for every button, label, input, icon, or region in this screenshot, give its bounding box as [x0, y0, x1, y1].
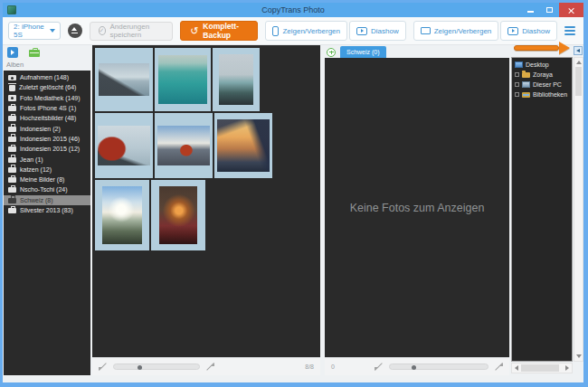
album-row-indonesien-2015-a[interactable]: Indonesien 2015 (46): [4, 134, 90, 144]
slider-thumb[interactable]: [138, 365, 142, 370]
add-tab-icon[interactable]: [327, 48, 336, 57]
photo-thumbnail[interactable]: [95, 113, 153, 178]
arrow-head-icon: [559, 42, 570, 54]
album-label: Nscho-Tschi (24): [20, 186, 68, 193]
album-row-foto-mediathek[interactable]: Foto Mediathek (149): [4, 93, 90, 103]
albums-sidebar: Alben Aufnahmen (148) Zuletzt gelöscht (…: [3, 45, 90, 375]
selected-count: 0: [331, 363, 335, 370]
horizontal-scrollbar[interactable]: [511, 363, 573, 373]
album-icon: [8, 146, 16, 152]
device-select[interactable]: 2: iPhone 5S: [8, 22, 61, 40]
album-label: katzen (12): [20, 166, 52, 173]
tree-item-dieser-pc[interactable]: Dieser PC: [512, 80, 572, 90]
camera-icon: [8, 75, 16, 81]
tree-item-zoraya[interactable]: Zoraya: [512, 70, 572, 80]
album-row-meine-bilder[interactable]: Meine Bilder (8): [4, 175, 90, 184]
album-icon: [8, 198, 16, 203]
tree-label: Bibliotheken: [533, 91, 567, 98]
libraries-icon: [522, 92, 530, 98]
photo-sunset-boat: [217, 119, 270, 172]
photo-sailboat: [219, 54, 253, 105]
album-row-schweiz[interactable]: Schweiz (8): [4, 195, 90, 205]
tree-item-desktop[interactable]: Desktop: [512, 60, 572, 70]
zoom-in-icon[interactable]: [206, 363, 214, 371]
album-label: Indonesien 2015 (12): [20, 146, 80, 152]
album-label: Jean (1): [20, 156, 43, 163]
add-album-button[interactable]: [29, 50, 40, 57]
album-row-indonesien-2015-b[interactable]: Indonesien 2015 (12): [4, 144, 90, 154]
photo-thumbnail[interactable]: [155, 113, 213, 178]
photo-thumbnail[interactable]: [214, 113, 272, 178]
photo-thumbnail[interactable]: [95, 180, 149, 250]
device-slideshow-label: Diashow: [371, 27, 399, 35]
album-row-fotos-iphone-4s[interactable]: Fotos iPhone 4S (1): [4, 103, 90, 113]
album-icon: [8, 137, 16, 142]
grid-row: [94, 47, 318, 112]
vertical-scrollbar[interactable]: [574, 57, 583, 362]
menu-button[interactable]: [564, 26, 575, 36]
album-icon: [8, 116, 16, 121]
album-icon: [8, 167, 16, 173]
album-row-aufnahmen[interactable]: Aufnahmen (148): [4, 72, 90, 82]
photo-thumbnail[interactable]: [95, 48, 153, 111]
tree-item-bibliotheken[interactable]: Bibliotheken: [512, 90, 572, 99]
zoom-out-icon[interactable]: [375, 363, 383, 371]
play-button[interactable]: [7, 47, 18, 58]
pc-view-controls: Zeigen/Verbergen Diashow: [413, 21, 557, 41]
pc-slideshow-button[interactable]: Diashow: [500, 21, 557, 41]
tab-schweiz[interactable]: Schweiz (0): [340, 46, 386, 58]
page-counter: 8/8: [305, 363, 314, 370]
album-row-zuletzt-geloescht[interactable]: Zuletzt gelöscht (64): [4, 82, 90, 92]
photo-thumbnail[interactable]: [213, 48, 260, 111]
photo-thumbnail[interactable]: [155, 48, 211, 111]
left-triangle-icon: [576, 49, 580, 52]
save-changes-button[interactable]: ✓ Änderungen speichern: [90, 22, 174, 41]
titlebar: CopyTrans Photo: [3, 3, 583, 17]
collapse-panel-button[interactable]: [574, 46, 583, 55]
scroll-down-button[interactable]: [574, 352, 583, 361]
photo-thumbnail[interactable]: [151, 180, 205, 250]
scroll-left-button[interactable]: [512, 363, 521, 373]
minimize-button[interactable]: [521, 3, 540, 17]
pc-zoom-slider[interactable]: [389, 363, 488, 370]
tree-label: Zoraya: [533, 71, 553, 78]
full-backup-button[interactable]: ↺ Komplett-Backup: [180, 21, 258, 41]
slider-thumb[interactable]: [412, 365, 416, 370]
photo-harbor-boats: [99, 63, 149, 96]
scroll-right-button[interactable]: [563, 363, 572, 373]
close-button[interactable]: [559, 3, 583, 17]
pc-slideshow-label: Diashow: [522, 27, 550, 35]
scroll-up-button[interactable]: [574, 58, 583, 67]
album-icon: [8, 177, 16, 183]
check-circle-icon: ✓: [99, 26, 106, 35]
eject-device-button[interactable]: [68, 24, 82, 38]
album-row-nscho-tschi[interactable]: Nscho-Tschi (24): [4, 184, 90, 194]
camera-icon: [8, 95, 16, 101]
expand-icon[interactable]: [515, 72, 519, 77]
album-row-jean[interactable]: Jean (1): [4, 154, 90, 164]
zoom-in-icon[interactable]: [495, 363, 503, 371]
empty-message: Keine Fotos zum Anzeigen: [350, 202, 485, 214]
expand-icon[interactable]: [515, 82, 519, 87]
pc-show-hide-button[interactable]: Zeigen/Verbergen: [413, 21, 499, 41]
album-label: Fotos iPhone 4S (1): [20, 105, 76, 111]
computer-icon: [522, 81, 530, 88]
device-slideshow-button[interactable]: Diashow: [349, 21, 406, 41]
window-controls: [521, 3, 583, 17]
photo-grid: [92, 45, 320, 357]
device-show-hide-button[interactable]: Zeigen/Verbergen: [265, 21, 347, 41]
expand-icon[interactable]: [515, 92, 519, 97]
album-row-indonesien[interactable]: Indonesien (2): [4, 123, 90, 133]
device-zoom-slider[interactable]: [113, 363, 200, 370]
triangle-left-icon: [515, 365, 518, 371]
scrollbar-thumb[interactable]: [521, 364, 559, 372]
monitor-icon: [421, 27, 431, 34]
maximize-button[interactable]: [540, 3, 559, 17]
album-label: Hochzeitsbilder (48): [20, 115, 76, 121]
pc-drop-area[interactable]: Keine Fotos zum Anzeigen: [325, 58, 509, 357]
album-row-hochzeitsbilder[interactable]: Hochzeitsbilder (48): [4, 113, 90, 123]
scrollbar-thumb[interactable]: [575, 67, 582, 96]
zoom-out-icon[interactable]: [99, 363, 107, 371]
album-row-silvester-2013[interactable]: Silvester 2013 (83): [4, 205, 90, 215]
album-row-katzen[interactable]: katzen (12): [4, 165, 90, 175]
